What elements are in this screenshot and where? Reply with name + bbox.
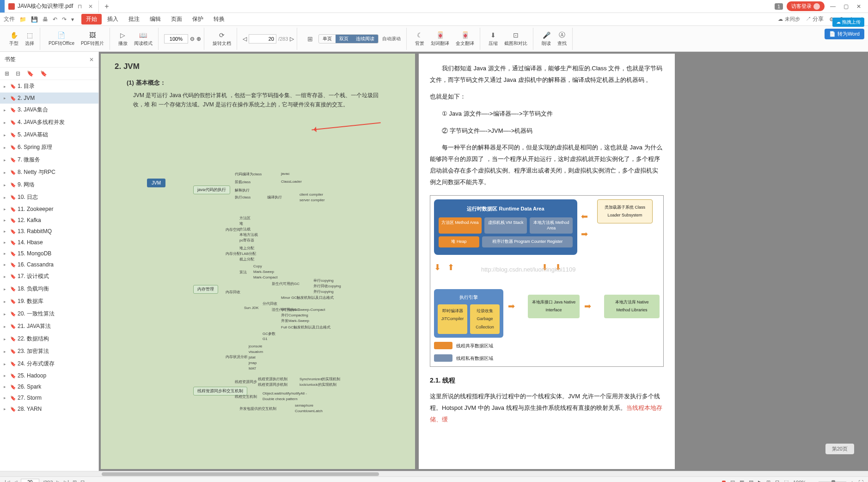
expand-icon[interactable]: ▸ — [4, 183, 8, 187]
bookmark-item[interactable]: ▸🔖22. 数据结构 — [0, 333, 98, 345]
sync-status[interactable]: ☁ 未同步 — [778, 16, 800, 23]
zoom-in-icon[interactable]: + — [851, 480, 854, 482]
bookmark-item[interactable]: ▸🔖6. Spring 原理 — [0, 141, 98, 154]
fit-icon[interactable]: ⬚ — [784, 479, 789, 482]
view-mode-1-icon[interactable]: ▤ — [730, 479, 735, 482]
first-page-icon[interactable]: |◁ — [5, 479, 10, 482]
expand-icon[interactable]: ▸ — [4, 145, 8, 150]
bookmark-item[interactable]: ▸🔖7. 微服务 — [0, 154, 98, 166]
fit-width[interactable]: ⊞ — [303, 34, 318, 44]
zoom-out-icon[interactable]: ⊖ — [190, 36, 195, 42]
bookmark-item[interactable]: ▸🔖17. 设计模式 — [0, 270, 98, 283]
rotate-button[interactable]: ⟳旋转文档 — [210, 30, 234, 48]
pdf-to-office[interactable]: 📄PDF转Office — [46, 30, 77, 48]
menu-tab-annotate[interactable]: 批注 — [124, 14, 144, 25]
maximize-icon[interactable]: ▢ — [841, 2, 850, 11]
pdf-to-image[interactable]: 🖼PDF转图片 — [78, 30, 107, 48]
layout-icon-2[interactable]: ⊡ — [775, 479, 779, 482]
print-icon[interactable]: 🖶 — [43, 16, 48, 23]
dropdown-icon[interactable]: ▾ — [71, 16, 74, 23]
bookmark-add-icon[interactable]: 🔖 — [27, 70, 34, 77]
expand-icon[interactable]: ▸ — [4, 262, 8, 267]
pick-translate[interactable]: 🀄划词翻译 — [428, 30, 452, 48]
last-page-icon[interactable]: ▷| — [64, 479, 69, 482]
expand-icon[interactable]: ▸ — [4, 240, 8, 245]
upload-drag-button[interactable]: ☁ 拖拽上传 — [832, 18, 864, 27]
notification-badge[interactable]: 1 — [775, 3, 783, 10]
pin-icon[interactable]: ⊓ — [76, 3, 84, 10]
background-button[interactable]: ☾背景 — [412, 30, 427, 48]
expand-icon[interactable]: ▸ — [4, 324, 8, 329]
expand-icon[interactable]: ▸ — [4, 158, 8, 162]
bookmark-item[interactable]: ▸🔖4. JAVA多线程并发 — [0, 116, 98, 129]
scrollbar-thumb[interactable] — [102, 472, 379, 476]
prev-page-icon[interactable]: ◁ — [243, 36, 247, 42]
bookmark-item[interactable]: ▸🔖11. Zookeeper — [0, 204, 98, 215]
expand-icon[interactable]: ▸ — [4, 407, 8, 411]
expand-icon[interactable]: ▸ — [4, 349, 8, 354]
expand-icon[interactable]: ▸ — [4, 395, 8, 400]
menu-tab-page[interactable]: 页面 — [166, 14, 187, 25]
bookmark-item[interactable]: ▸🔖12. Kafka — [0, 215, 98, 226]
sidebar-close-icon[interactable]: ✕ — [89, 56, 94, 63]
bookmark-item[interactable]: ▸🔖14. Hbase — [0, 237, 98, 248]
find-button[interactable]: Ⓐ查找 — [555, 30, 569, 48]
view-mode-3-icon[interactable]: ▧ — [749, 479, 753, 482]
file-menu[interactable]: 文件 — [4, 15, 15, 23]
expand-icon[interactable]: ▸ — [4, 373, 8, 378]
bookmark-item[interactable]: ▸🔖23. 加密算法 — [0, 345, 98, 358]
expand-icon[interactable]: ▸ — [4, 312, 8, 316]
bookmark-item[interactable]: ▸🔖20. 一致性算法 — [0, 308, 98, 320]
expand-icon[interactable]: ▸ — [4, 229, 8, 234]
bookmark-item[interactable]: ▸🔖26. Spark — [0, 381, 98, 392]
bookmark-item[interactable]: ▸🔖9. 网络 — [0, 179, 98, 191]
expand-icon[interactable]: ▸ — [4, 218, 8, 222]
convert-to-word-button[interactable]: 📄 转为Word — [825, 29, 864, 39]
expand-icon[interactable]: ▸ — [4, 362, 8, 366]
play-slideshow-icon[interactable]: ▶ — [758, 479, 762, 482]
open-icon[interactable]: 📁 — [19, 16, 26, 23]
expand-icon[interactable]: ▸ — [4, 133, 8, 137]
bookmark-item[interactable]: ▸🔖3. JAVA集合 — [0, 104, 98, 116]
menu-tab-protect[interactable]: 保护 — [188, 14, 208, 25]
zoom-input[interactable] — [164, 34, 188, 43]
undo-icon[interactable]: ↶ — [53, 16, 57, 23]
full-translate[interactable]: 🀄全文翻译 — [453, 30, 477, 48]
bookmark-icon[interactable]: 🔖 — [40, 70, 47, 77]
expand-icon[interactable]: ▸ — [4, 299, 8, 304]
bookmark-item[interactable]: ▸🔖27. Storm — [0, 392, 98, 403]
menu-tab-start[interactable]: 开始 — [81, 14, 102, 25]
view-single[interactable]: 单页 — [319, 35, 336, 43]
bookmark-item[interactable]: ▸🔖13. RabbitMQ — [0, 226, 98, 237]
next-page-icon[interactable]: ▷ — [56, 479, 60, 482]
play-button[interactable]: ▷播放 — [116, 30, 130, 48]
bookmark-item[interactable]: ▸🔖10. 日志 — [0, 191, 98, 204]
expand-icon[interactable]: ▸ — [4, 384, 8, 389]
close-tab-icon[interactable]: ✕ — [86, 3, 95, 10]
collapse-all-icon[interactable]: ⊟ — [16, 70, 20, 77]
minimize-icon[interactable]: — — [828, 2, 837, 11]
view-double[interactable]: 双页 — [336, 35, 352, 43]
expand-icon[interactable]: ▸ — [4, 108, 8, 112]
expand-icon[interactable]: ▸ — [4, 207, 8, 211]
zoom-in-icon[interactable]: ⊕ — [196, 36, 201, 42]
status-page-input[interactable] — [21, 479, 39, 482]
page-number-input[interactable] — [249, 34, 276, 43]
expand-icon[interactable]: ▸ — [4, 84, 8, 89]
bookmark-item[interactable]: ▸🔖16. Cassandra — [0, 259, 98, 270]
view-continuous[interactable]: 连续阅读 — [352, 35, 378, 43]
bookmark-item[interactable]: ▸🔖8. Netty 与RPC — [0, 166, 98, 179]
read-aloud[interactable]: 🎤朗读 — [539, 30, 554, 48]
compress-button[interactable]: ⬇压缩 — [486, 30, 501, 48]
next-page-icon[interactable]: ▷ — [290, 36, 294, 42]
bookmark-item[interactable]: ▸🔖18. 负载均衡 — [0, 283, 98, 295]
document-tab[interactable]: JAVA核心知识整理.pdf ⊓ ✕ — [5, 0, 99, 12]
menu-tab-insert[interactable]: 插入 — [103, 14, 123, 25]
prev-page-icon[interactable]: ◁ — [13, 479, 17, 482]
auto-scroll[interactable]: 自动滚动 — [379, 35, 403, 43]
expand-icon[interactable]: ▸ — [4, 287, 8, 291]
close-window-icon[interactable]: ✕ — [854, 2, 863, 11]
expand-icon[interactable]: ▸ — [4, 251, 8, 256]
screenshot-button[interactable]: ⊡截图和对比 — [501, 30, 530, 48]
expand-icon[interactable]: ▸ — [4, 274, 8, 279]
